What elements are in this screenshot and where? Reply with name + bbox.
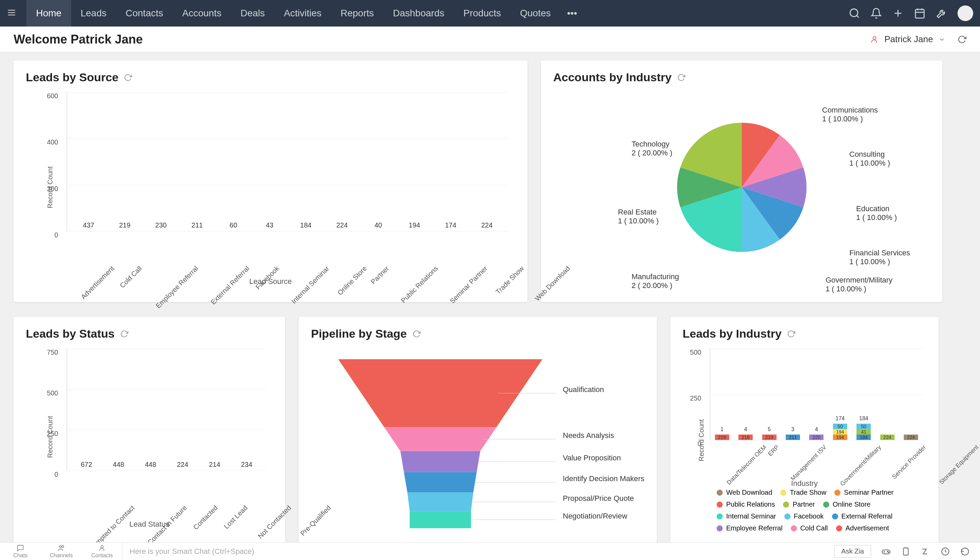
legend-item[interactable]: Public Relations [717, 500, 775, 508]
nav-more-icon[interactable]: ••• [560, 8, 584, 19]
tools-icon[interactable] [936, 7, 947, 19]
bottom-tab-channels[interactable]: Channels [41, 544, 82, 558]
top-navigation: HomeLeadsContactsAccountsDealsActivities… [0, 0, 980, 27]
nav-tab-accounts[interactable]: Accounts [173, 0, 231, 27]
legend-item[interactable]: Online Store [823, 500, 870, 508]
bar-segment[interactable]: 194 [833, 429, 847, 435]
welcome-text: Welcome Patrick Jane [13, 32, 143, 47]
bar-segment[interactable]: 224 [904, 435, 918, 440]
refresh-icon[interactable] [958, 35, 967, 44]
bottom-bar: ChatsChannelsContacts Here is your Smart… [0, 542, 980, 560]
svg-point-20 [101, 545, 103, 548]
legend-item[interactable]: Trade Show [780, 488, 826, 497]
bar-value: 234 [241, 461, 252, 468]
bar-segment[interactable]: 211 [786, 435, 800, 440]
x-axis-label: Industry [791, 479, 818, 488]
legend-item[interactable]: External Referral [832, 512, 893, 520]
bar-segment[interactable]: 50 [856, 424, 871, 429]
bar-segment[interactable]: 218 [738, 435, 753, 440]
legend-item[interactable]: Web Download [717, 488, 772, 497]
nav-tab-reports[interactable]: Reports [331, 0, 383, 27]
x-axis-label: Lead Source [249, 277, 292, 286]
x-tick-label: Employee Referral [154, 265, 200, 310]
bar-value: 448 [113, 461, 124, 468]
bar-segment[interactable]: 219 [715, 435, 729, 440]
funnel-stage[interactable] [404, 472, 477, 493]
calendar-icon[interactable] [914, 7, 926, 19]
menu-hamburger-icon[interactable] [7, 8, 16, 19]
bar-value: 214 [209, 461, 220, 468]
bar-value: 672 [81, 461, 92, 468]
legend-item[interactable]: Internal Seminar [717, 512, 776, 520]
svg-point-25 [888, 552, 889, 553]
zia-icon[interactable] [921, 547, 930, 556]
clipboard-icon[interactable] [901, 547, 911, 556]
bar-value: 230 [155, 222, 166, 229]
pie-label: Technology2 ( 20.00% ) [632, 140, 672, 157]
bar-segment[interactable]: 184 [856, 435, 871, 440]
clock-icon[interactable] [940, 547, 950, 556]
x-tick-label: Partner [370, 265, 391, 286]
bar-value: 437 [83, 222, 94, 229]
welcome-bar: Welcome Patrick Jane Patrick Jane [0, 27, 980, 52]
bar-segment[interactable]: 50 [833, 424, 847, 429]
refresh-icon[interactable] [787, 330, 795, 338]
legend-item[interactable]: Employee Referral [717, 524, 783, 532]
bar-segment[interactable]: 194 [833, 435, 847, 440]
nav-tab-deals[interactable]: Deals [231, 0, 274, 27]
funnel-label: Qualification [563, 385, 604, 394]
svg-point-18 [60, 545, 62, 547]
pie-label: Government/Military1 ( 10.00% ) [826, 276, 893, 293]
x-tick-label: Public Relations [400, 265, 440, 305]
x-tick-label: Government/Military [839, 444, 883, 488]
plus-icon[interactable] [892, 7, 904, 19]
refresh-icon[interactable] [120, 330, 128, 338]
nav-tab-home[interactable]: Home [27, 0, 71, 27]
funnel-stage[interactable] [407, 493, 473, 512]
bar-segment[interactable]: 224 [880, 435, 895, 440]
funnel-stage[interactable] [410, 512, 471, 528]
nav-tab-contacts[interactable]: Contacts [116, 0, 173, 27]
bell-icon[interactable] [870, 7, 882, 19]
pie-label: Education1 ( 10.00% ) [856, 204, 897, 222]
nav-tab-products[interactable]: Products [454, 0, 511, 27]
bottom-tab-contacts[interactable]: Contacts [82, 544, 122, 558]
nav-tab-quotes[interactable]: Quotes [510, 0, 560, 27]
nav-tab-leads[interactable]: Leads [71, 0, 116, 27]
legend-item[interactable]: Facebook [784, 512, 824, 520]
x-tick-label: External Referral [209, 265, 251, 306]
bar-segment[interactable]: 41 [856, 429, 871, 435]
bar-value: 224 [177, 461, 188, 468]
history-icon[interactable] [960, 547, 970, 556]
bar-segment[interactable]: 219 [762, 435, 776, 440]
card-leads-by-industry: Leads by Industry Record Count 025050012… [671, 317, 938, 543]
gamepad-icon[interactable] [881, 547, 891, 556]
avatar[interactable] [958, 5, 973, 21]
bottom-tab-chats[interactable]: Chats [0, 544, 41, 558]
nav-tab-dashboards[interactable]: Dashboards [383, 0, 454, 27]
search-icon[interactable] [849, 7, 860, 19]
card-leads-by-source: Leads by Source Record Count 02004006004… [13, 60, 527, 302]
smart-chat-input[interactable]: Here is your Smart Chat (Ctrl+Space) [122, 543, 834, 560]
nav-tab-activities[interactable]: Activities [274, 0, 331, 27]
chart-pipeline-by-stage: QualificationNeeds AnalysisValue Proposi… [311, 348, 644, 532]
refresh-icon[interactable] [412, 330, 421, 338]
refresh-icon[interactable] [677, 73, 685, 82]
funnel-stage[interactable] [384, 427, 497, 451]
funnel-stage[interactable] [401, 451, 480, 472]
chevron-down-icon[interactable] [938, 36, 945, 43]
x-tick-label: Cold Call [119, 265, 144, 290]
bar-value: 224 [481, 222, 492, 229]
chart-accounts-by-industry: Communications1 ( 10.00% )Consulting1 ( … [553, 92, 930, 283]
legend-item[interactable]: Advertisement [836, 524, 889, 532]
legend-item[interactable]: Seminar Partner [835, 488, 893, 497]
bar-segment[interactable]: 220 [809, 435, 823, 440]
x-tick-label: Management ISV [789, 444, 828, 482]
refresh-icon[interactable] [124, 73, 132, 82]
user-name[interactable]: Patrick Jane [885, 34, 933, 45]
legend-item[interactable]: Partner [783, 500, 815, 508]
x-axis-label: Lead Status [129, 520, 169, 529]
ask-zia-button[interactable]: Ask Zia [834, 545, 871, 558]
pie-label: Manufacturing2 ( 20.00% ) [632, 272, 679, 290]
legend-item[interactable]: Cold Call [791, 524, 828, 532]
